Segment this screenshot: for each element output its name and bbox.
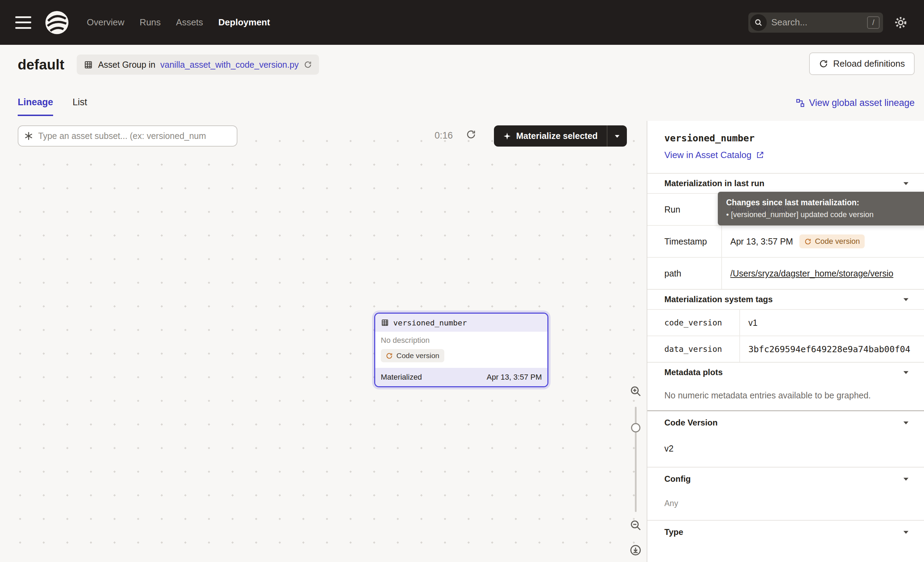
config-value: Any bbox=[647, 490, 924, 520]
nav-item-overview[interactable]: Overview bbox=[87, 17, 124, 28]
timestamp-value: Apr 13, 3:57 PM bbox=[730, 236, 793, 246]
code-version-tag-label: Code version bbox=[396, 352, 440, 360]
zoom-in-icon[interactable] bbox=[629, 385, 642, 397]
nav-item-deployment[interactable]: Deployment bbox=[218, 17, 270, 28]
search-input[interactable] bbox=[748, 17, 888, 28]
asset-table-icon bbox=[381, 319, 389, 327]
materialize-selected-button[interactable]: Materialize selected bbox=[494, 125, 607, 147]
panel-asset-name: versioned_number bbox=[647, 133, 924, 143]
zoom-slider-track[interactable] bbox=[635, 407, 637, 512]
view-in-asset-catalog-link[interactable]: View in Asset Catalog bbox=[664, 150, 764, 161]
zoom-slider-handle[interactable] bbox=[631, 423, 640, 433]
tab-list[interactable]: List bbox=[72, 97, 87, 116]
code-version-tag: Code version bbox=[381, 349, 444, 362]
nav-item-assets[interactable]: Assets bbox=[176, 17, 203, 28]
asset-subset-filter bbox=[18, 125, 237, 147]
chevron-down-icon bbox=[902, 475, 910, 483]
nav-links: Overview Runs Assets Deployment bbox=[87, 17, 270, 28]
section-label: Config bbox=[664, 474, 691, 484]
materialized-status-label: Materialized bbox=[381, 373, 422, 382]
section-label: Materialization in last run bbox=[664, 179, 764, 188]
code-version-changed-icon bbox=[386, 352, 393, 359]
chevron-down-icon bbox=[902, 295, 910, 304]
main-content: 0:16 Materialize selected bbox=[0, 121, 924, 562]
app-root: Overview Runs Assets Deployment / defaul… bbox=[0, 0, 924, 562]
refresh-timer: 0:16 bbox=[435, 130, 453, 141]
chevron-down-icon bbox=[902, 368, 910, 377]
code-version-changed-icon bbox=[804, 238, 812, 245]
asset-node-versioned-number[interactable]: versioned_number No description Code ver… bbox=[374, 313, 548, 387]
search-box: / bbox=[748, 12, 883, 33]
hamburger-menu-button[interactable] bbox=[15, 17, 31, 29]
top-nav: Overview Runs Assets Deployment / bbox=[0, 0, 924, 45]
materialize-split-button: Materialize selected bbox=[494, 125, 627, 147]
chevron-down-icon bbox=[902, 528, 910, 536]
view-tabs: Lineage List bbox=[18, 97, 87, 116]
tooltip-detail: • [versioned_number] updated code versio… bbox=[726, 210, 924, 219]
lineage-canvas[interactable]: 0:16 Materialize selected bbox=[0, 121, 646, 562]
view-global-asset-lineage-link[interactable]: View global asset lineage bbox=[796, 98, 915, 108]
canvas-refresh-icon[interactable] bbox=[466, 129, 476, 140]
section-materialization-last-run[interactable]: Materialization in last run bbox=[647, 173, 924, 193]
code-version-row: code_version v1 bbox=[647, 309, 924, 335]
asset-group-prefix: Asset Group in bbox=[98, 60, 155, 70]
data-version-value: 3bfc269594ef649228e9a74bab00f04 bbox=[748, 344, 910, 354]
metadata-empty-message: No numeric metadata entries available to… bbox=[647, 382, 924, 410]
code-version-key: code_version bbox=[647, 310, 740, 335]
run-label: Run bbox=[647, 194, 722, 225]
global-lineage-label: View global asset lineage bbox=[809, 98, 915, 108]
tooltip-title: Changes since last materialization: bbox=[726, 198, 924, 207]
chevron-down-icon bbox=[902, 179, 910, 188]
section-label: Materialization system tags bbox=[664, 295, 772, 304]
data-version-row: data_version 3bfc269594ef649228e9a74bab0… bbox=[647, 335, 924, 362]
asset-node-name: versioned_number bbox=[393, 319, 467, 327]
reload-definitions-label: Reload definitions bbox=[833, 59, 905, 69]
asset-node-description: No description bbox=[381, 336, 542, 345]
lineage-graph-icon bbox=[796, 98, 805, 108]
materialize-label: Materialize selected bbox=[516, 131, 598, 141]
section-label: Metadata plots bbox=[664, 368, 723, 377]
refresh-icon[interactable] bbox=[304, 60, 312, 69]
asset-node-body: No description Code version bbox=[375, 332, 548, 368]
timestamp-label: Timestamp bbox=[647, 226, 722, 257]
chevron-down-icon bbox=[902, 419, 910, 427]
asset-group-grid-icon bbox=[84, 60, 93, 69]
section-label: Type bbox=[664, 527, 683, 537]
op-selector-icon bbox=[24, 131, 33, 141]
timestamp-row: Timestamp Apr 13, 3:57 PM Code version bbox=[647, 225, 924, 257]
search-shortcut-key: / bbox=[867, 17, 880, 29]
section-config[interactable]: Config bbox=[647, 467, 924, 490]
catalog-link-label: View in Asset Catalog bbox=[664, 150, 752, 161]
asset-node-header: versioned_number bbox=[375, 314, 548, 332]
data-version-key: data_version bbox=[647, 336, 740, 362]
section-label: Code Version bbox=[664, 418, 717, 428]
reload-definitions-button[interactable]: Reload definitions bbox=[809, 53, 915, 75]
asset-group-badge: Asset Group in vanilla_asset_with_code_v… bbox=[77, 54, 319, 75]
settings-gear-icon[interactable] bbox=[894, 15, 909, 30]
tab-lineage[interactable]: Lineage bbox=[18, 97, 53, 116]
dagster-logo-icon[interactable] bbox=[44, 9, 70, 36]
zoom-controls bbox=[623, 121, 648, 562]
nav-item-runs[interactable]: Runs bbox=[140, 17, 161, 28]
page-title: default bbox=[18, 57, 64, 73]
asset-subset-input[interactable] bbox=[38, 131, 231, 141]
section-code-version[interactable]: Code Version bbox=[647, 410, 924, 434]
zoom-out-icon[interactable] bbox=[629, 519, 642, 532]
code-version-value: v1 bbox=[748, 318, 758, 328]
asset-detail-panel: versioned_number View in Asset Catalog M… bbox=[646, 121, 924, 562]
asset-node-footer: Materialized Apr 13, 3:57 PM bbox=[375, 368, 548, 386]
code-version-tag-label: Code version bbox=[815, 237, 860, 246]
storage-path-link[interactable]: /Users/sryza/dagster_home/storage/versio bbox=[730, 269, 894, 279]
section-type[interactable]: Type bbox=[647, 520, 924, 544]
reload-icon bbox=[819, 59, 828, 68]
download-image-icon[interactable] bbox=[629, 544, 642, 556]
section-metadata-plots[interactable]: Metadata plots bbox=[647, 362, 924, 382]
section-materialization-system-tags[interactable]: Materialization system tags bbox=[647, 289, 924, 309]
changes-tooltip: Changes since last materialization: • [v… bbox=[718, 192, 924, 225]
code-version-change-tag: Code version bbox=[800, 234, 865, 248]
page-header: default Asset Group in vanilla_asset_wit… bbox=[0, 45, 924, 121]
search-icon bbox=[750, 14, 767, 31]
asset-group-file-link[interactable]: vanilla_asset_with_code_version.py bbox=[160, 60, 299, 70]
external-link-icon bbox=[756, 151, 764, 159]
path-row: path /Users/sryza/dagster_home/storage/v… bbox=[647, 257, 924, 289]
